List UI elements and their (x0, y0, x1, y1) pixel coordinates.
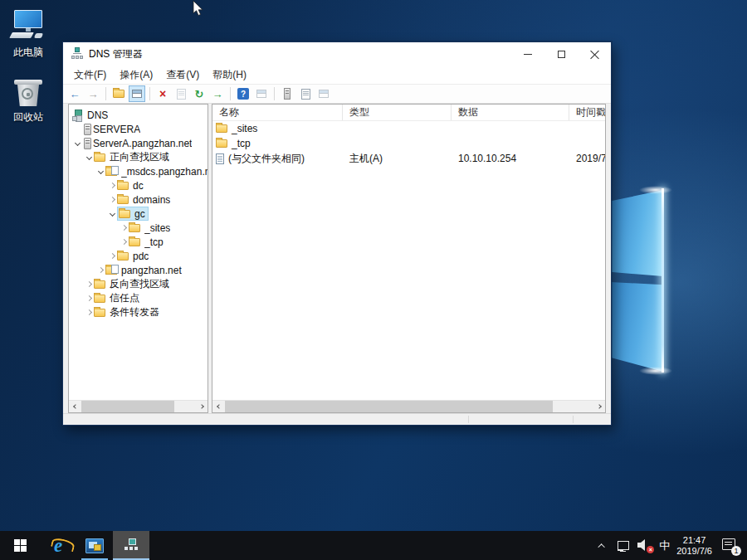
list-item-parent-record[interactable]: (与父文件夹相同) 主机(A) 10.10.10.254 2019/7/6 (212, 151, 605, 166)
tree-item-dns-root[interactable]: DNS (69, 108, 208, 122)
tree-item-msdcs-zone[interactable]: _msdcs.pangzhan.n (69, 164, 208, 178)
chevron-right-icon[interactable] (84, 310, 94, 314)
record-list-icon[interactable] (297, 85, 314, 102)
mute-badge: × (647, 546, 654, 553)
close-icon (590, 50, 599, 59)
forward-icon[interactable]: → (85, 85, 101, 102)
back-icon[interactable]: ← (66, 85, 83, 102)
mouse-cursor (193, 1, 206, 17)
server-tool-icon[interactable] (279, 85, 295, 102)
menu-help[interactable]: 帮助(H) (206, 66, 253, 85)
desktop-icon-this-pc[interactable]: 此电脑 (2, 10, 55, 60)
network-icon[interactable] (616, 540, 631, 552)
maximize-button[interactable] (544, 42, 578, 66)
ime-indicator[interactable]: 中 (659, 538, 670, 553)
scrollbar-thumb[interactable] (225, 401, 553, 412)
record-icon (216, 153, 224, 164)
export-list-icon[interactable]: → (209, 85, 226, 102)
scroll-left-icon[interactable] (69, 401, 81, 412)
properties-icon[interactable] (173, 85, 189, 102)
tray-clock[interactable]: 21:47 2019/7/6 (676, 535, 712, 557)
chevron-down-icon[interactable] (107, 212, 117, 216)
list-item-tcp[interactable]: _tcp (212, 136, 605, 151)
tree-item-reverse-lookup-zones[interactable]: 反向查找区域 (69, 277, 208, 291)
chevron-right-icon[interactable] (84, 296, 94, 300)
show-window-icon[interactable] (253, 85, 270, 102)
server-icon (84, 124, 91, 135)
scroll-left-icon[interactable] (212, 401, 225, 412)
folder-icon (117, 196, 129, 204)
close-button[interactable] (578, 42, 611, 66)
refresh-icon[interactable]: ↻ (191, 85, 208, 102)
scroll-right-icon[interactable] (593, 401, 605, 412)
column-header-timestamp[interactable]: 时间戳 (569, 105, 605, 120)
tree-item-dc[interactable]: dc (69, 178, 208, 192)
column-header-data[interactable]: 数据 (452, 105, 569, 120)
record-list-pane: 名称 类型 数据 时间戳 _sites (212, 104, 606, 413)
delete-icon[interactable]: × (154, 85, 171, 102)
console-content: DNS SERVERA ServerA.pangzhan.net 正向查找区域 (63, 104, 611, 413)
status-bar (63, 413, 611, 425)
chevron-down-icon[interactable] (95, 169, 105, 173)
wallpaper-glow (639, 186, 672, 194)
folder-icon (216, 139, 227, 148)
chevron-right-icon[interactable] (119, 226, 129, 230)
chevron-down-icon[interactable] (72, 141, 82, 145)
column-header-type[interactable]: 类型 (343, 105, 452, 120)
folder-icon (129, 224, 140, 232)
tree-item-pangzhan-zone[interactable]: pangzhan.net (69, 263, 208, 277)
folder-icon (94, 280, 105, 289)
desktop-icon-recycle-bin[interactable]: 回收站 (2, 76, 55, 124)
tray-chevron-up-icon[interactable] (596, 539, 609, 553)
tree-item-tcp[interactable]: _tcp (69, 235, 208, 249)
menu-file[interactable]: 文件(F) (67, 66, 113, 85)
tree-item-forward-lookup-zones[interactable]: 正向查找区域 (69, 150, 208, 164)
tree-item-gc[interactable]: gc (69, 207, 208, 221)
taskbar-item-server-manager[interactable] (76, 531, 113, 560)
tree-horizontal-scrollbar[interactable] (69, 400, 208, 412)
title-bar[interactable]: DNS 管理器 (63, 42, 611, 66)
start-button[interactable] (0, 531, 40, 560)
tree-item-trust-points[interactable]: 信任点 (69, 291, 208, 305)
zone-icon (105, 168, 117, 176)
list-body: _sites _tcp (212, 121, 605, 400)
minimize-button[interactable] (511, 42, 544, 66)
chevron-right-icon[interactable] (107, 197, 117, 202)
help-icon[interactable]: ? (235, 85, 251, 102)
tree-item-conditional-forwarders[interactable]: 条件转发器 (69, 305, 208, 319)
folder-icon (119, 210, 130, 218)
wallpaper-logo-edge (662, 188, 664, 373)
menu-view[interactable]: 查看(V) (159, 66, 206, 85)
server-icon (84, 138, 91, 149)
console-tree-toggle-icon[interactable] (129, 85, 145, 102)
chevron-right-icon[interactable] (107, 254, 117, 258)
taskbar-item-internet-explorer[interactable]: e (40, 531, 76, 560)
scroll-right-icon[interactable] (195, 401, 208, 412)
chevron-down-icon[interactable] (84, 155, 94, 159)
tree-item-servera[interactable]: SERVERA (69, 122, 208, 136)
maximize-icon (558, 51, 565, 58)
filter-icon[interactable] (315, 85, 332, 102)
volume-muted-icon[interactable]: × (637, 539, 652, 553)
chevron-right-icon[interactable] (119, 240, 129, 244)
list-item-sites[interactable]: _sites (212, 121, 605, 136)
up-level-icon[interactable] (110, 85, 127, 102)
tree-item-sites[interactable]: _sites (69, 221, 208, 235)
tree-item-domains[interactable]: domains (69, 192, 208, 207)
action-center-button[interactable]: 1 (722, 538, 739, 553)
scrollbar-thumb[interactable] (81, 401, 174, 412)
tree-item-servera-pangzhan[interactable]: ServerA.pangzhan.net (69, 136, 208, 150)
menu-action[interactable]: 操作(A) (113, 66, 159, 85)
list-horizontal-scrollbar[interactable] (212, 400, 605, 412)
chevron-right-icon[interactable] (107, 183, 117, 187)
chevron-right-icon[interactable] (95, 268, 105, 272)
dns-app-icon (71, 47, 84, 61)
notification-badge: 1 (731, 546, 741, 556)
recycle-bin-icon (14, 76, 42, 108)
tree-item-pdc[interactable]: pdc (69, 249, 208, 263)
taskbar-item-dns-manager[interactable] (113, 531, 149, 560)
system-tray: × 中 21:47 2019/7/6 1 (596, 531, 747, 560)
chevron-right-icon[interactable] (84, 282, 94, 286)
column-header-name[interactable]: 名称 (212, 105, 343, 120)
desktop-icon-label: 回收站 (2, 110, 55, 124)
